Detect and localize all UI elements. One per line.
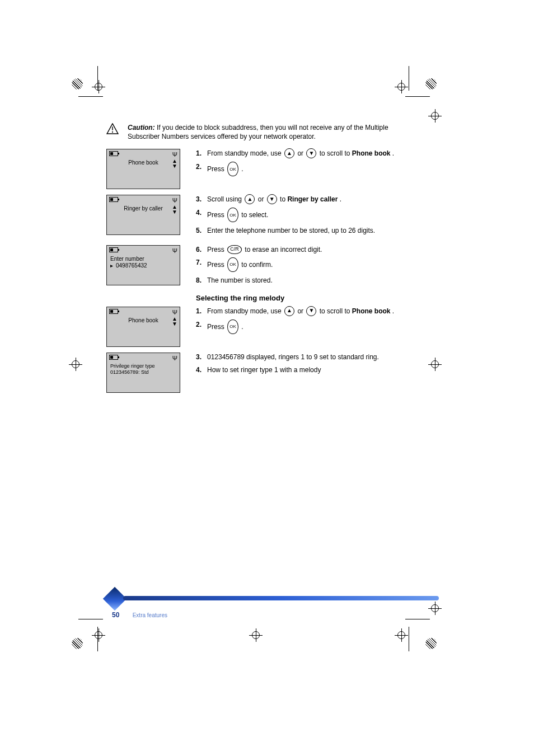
crosshair-icon	[397, 631, 405, 639]
reg-mark-top-right-2	[397, 83, 405, 91]
lcd-text: Phone book	[128, 159, 158, 166]
crosshair-icon	[95, 631, 102, 639]
crosshair-icon	[72, 360, 79, 368]
page-footer: 50 Extra features	[112, 611, 167, 619]
reg-mark-top-left-2	[95, 83, 102, 91]
step-8: 8. The number is stored.	[196, 276, 420, 285]
ok-button-icon: OK	[227, 257, 238, 272]
battery-icon	[109, 197, 118, 202]
reg-mark-bottom-left	[72, 638, 83, 649]
lcd-screen-3: Ψ Enter number ▸0498765432	[106, 245, 180, 285]
down-button-icon: ▼	[306, 148, 316, 158]
reg-mark-bottom-left-2	[95, 631, 102, 639]
step-7: 7. Press OK to confirm.	[196, 258, 420, 273]
lcd-text: Ringer by caller	[124, 205, 162, 212]
step-3: 3. Scroll using ▲ or ▼ to Ringer by call…	[196, 195, 420, 205]
caution-text: Caution: If you decide to block subaddre…	[128, 123, 420, 141]
reg-mark-bottom-center	[252, 631, 260, 639]
step-b1: 1. From standby mode, use ▲ or ▼ to scro…	[196, 307, 420, 317]
step-b2: 2. Press OK .	[196, 320, 420, 335]
step-b3: 3. 0123456789 displayed, ringers 1 to 9 …	[196, 353, 420, 362]
down-button-icon: ▼	[267, 194, 277, 204]
step-row-2: Ψ ▲▼ Ringer by caller 3. Scroll using ▲ …	[106, 195, 420, 236]
warning-icon	[106, 123, 119, 134]
battery-icon	[109, 355, 118, 360]
shade-dot-icon	[425, 78, 437, 90]
caution-body: If you decide to block subaddress, then …	[128, 124, 388, 140]
lcd-screen-1: Ψ ▲▼ Phone book	[106, 149, 180, 189]
up-button-icon: ▲	[245, 194, 255, 204]
ok-button-icon: OK	[227, 320, 238, 334]
crosshair-icon	[397, 83, 405, 91]
down-button-icon: ▼	[306, 306, 316, 316]
reg-mark-top-left	[72, 78, 83, 90]
reg-mark-bottom-right-3	[397, 631, 405, 639]
step-row-4: Ψ ▲▼ Phone book 1. From standby mode, us…	[106, 307, 420, 347]
crosshair-icon	[95, 83, 102, 91]
lcd-screen-4: Ψ ▲▼ Phone book	[106, 307, 180, 347]
signal-icon: Ψ	[172, 247, 177, 255]
shade-dot-icon	[72, 638, 83, 649]
lcd-text: Phone book	[128, 317, 158, 323]
up-button-icon: ▲	[284, 306, 294, 316]
ok-button-icon: OK	[227, 208, 238, 222]
signal-icon: Ψ	[172, 355, 177, 363]
step-row-5: Ψ Privilege ringer type 0123456789: Std …	[106, 353, 420, 393]
shade-dot-icon	[425, 638, 437, 649]
step-b4: 4. How to set ringer type 1 with a melod…	[196, 365, 420, 375]
footer-rule	[123, 596, 439, 600]
step-row-1: Ψ ▲▼ Phone book 1. From standby mode, us…	[106, 149, 420, 189]
caution-label: Caution:	[128, 124, 155, 132]
up-button-icon: ▲	[284, 148, 294, 158]
reg-mark-bottom-right	[425, 638, 437, 649]
lcd-screen-5: Ψ Privilege ringer type 0123456789: Std	[106, 353, 180, 393]
step-row-3: Ψ Enter number ▸0498765432 6. Press C/R …	[106, 245, 420, 286]
step-4: 4. Press OK to select.	[196, 208, 420, 223]
crosshair-icon	[252, 631, 260, 639]
crosshair-icon	[431, 112, 439, 120]
lcd-line-1: Privilege ringer type	[110, 363, 176, 369]
step-5: 5. Enter the telephone number to be stor…	[196, 226, 420, 236]
battery-icon	[109, 247, 118, 252]
shade-dot-icon	[72, 78, 83, 90]
section-heading: Selecting the ring melody	[196, 294, 420, 302]
reg-mark-mid-left	[72, 360, 79, 368]
section-label: Extra features	[133, 612, 167, 618]
battery-icon	[109, 309, 118, 314]
lcd-screen-2: Ψ ▲▼ Ringer by caller	[106, 195, 180, 235]
ok-button-icon: OK	[227, 162, 238, 176]
cursor-icon: ▸	[110, 262, 113, 270]
reg-mark-mid-right	[431, 360, 439, 368]
lcd-line-1: Enter number	[110, 256, 176, 263]
step-1: 1. From standby mode, use ▲ or ▼ to scro…	[196, 149, 420, 159]
clear-button-icon: C/R	[227, 245, 242, 254]
lcd-line-2: 0123456789: Std	[110, 369, 176, 375]
svg-point-2	[112, 132, 113, 133]
caution-block: Caution: If you decide to block subaddre…	[106, 123, 420, 141]
crosshair-icon	[431, 360, 439, 368]
footer-bar	[106, 596, 439, 613]
battery-icon	[109, 151, 118, 156]
page-content: Caution: If you decide to block subaddre…	[106, 123, 420, 398]
reg-mark-top-right-3	[431, 112, 439, 120]
step-2: 2. Press OK .	[196, 162, 420, 177]
step-6: 6. Press C/R to erase an incorrect digit…	[196, 245, 420, 255]
lcd-line-2: 0498765432	[116, 262, 147, 269]
reg-mark-top-right	[425, 78, 437, 90]
page-number: 50	[112, 611, 119, 619]
